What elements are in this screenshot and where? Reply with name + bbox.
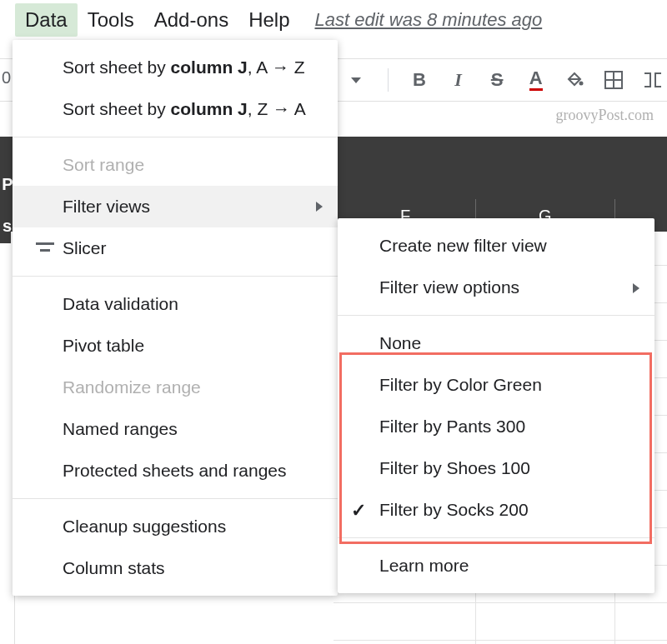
sort-sheet-desc[interactable]: Sort sheet by column J, Z → A [13, 88, 338, 130]
data-menu-dropdown: Sort sheet by column J, A → Z Sort sheet… [13, 40, 338, 596]
pivot-table[interactable]: Pivot table [13, 325, 338, 367]
fill-color-button[interactable] [560, 65, 589, 95]
borders-icon [604, 71, 623, 89]
svg-point-0 [579, 82, 584, 86]
font-size-dropdown-icon[interactable] [342, 65, 371, 95]
toolbar-separator [388, 68, 389, 92]
sort-sheet-asc[interactable]: Sort sheet by column J, A → Z [13, 47, 338, 88]
checkmark-icon: ✓ [351, 500, 366, 522]
menubar: Data Tools Add-ons Help Last edit was 8 … [0, 0, 667, 40]
sort-range: Sort range [13, 144, 338, 186]
filter-view-socks-200[interactable]: ✓ Filter by Socks 200 [338, 489, 654, 531]
menu-tools[interactable]: Tools [78, 3, 144, 37]
slicer-icon [36, 242, 54, 254]
column-stats[interactable]: Column stats [13, 547, 338, 589]
menu-separator [13, 137, 338, 137]
filter-views[interactable]: Filter views [13, 186, 338, 227]
bold-button[interactable]: B [405, 65, 434, 95]
cleanup-suggestions[interactable]: Cleanup suggestions [13, 506, 338, 547]
menu-data[interactable]: Data [15, 3, 78, 37]
menu-separator [13, 498, 338, 499]
left-column-fragment-s: s [3, 217, 12, 236]
filter-view-shoes-100[interactable]: Filter by Shoes 100 [338, 447, 654, 489]
slicer-label: Slicer [63, 238, 107, 258]
menu-separator [338, 315, 654, 316]
filter-view-options-label: Filter view options [379, 277, 519, 297]
submenu-arrow-icon [316, 202, 323, 212]
italic-button[interactable]: I [444, 65, 473, 95]
filter-view-options[interactable]: Filter view options [338, 267, 654, 308]
randomize-range: Randomize range [13, 367, 338, 408]
strikethrough-button[interactable]: S [483, 65, 512, 95]
slicer[interactable]: Slicer [13, 227, 338, 269]
menu-addons[interactable]: Add-ons [144, 3, 238, 37]
sort-desc-label: Sort sheet by column J, Z → A [63, 99, 306, 119]
sort-asc-label: Sort sheet by column J, A → Z [63, 57, 305, 77]
last-edit-status[interactable]: Last edit was 8 minutes ago [314, 9, 542, 31]
protected-sheets[interactable]: Protected sheets and ranges [13, 450, 338, 492]
menu-separator [13, 276, 338, 277]
submenu-arrow-icon [633, 283, 639, 293]
filter-views-label: Filter views [63, 197, 150, 217]
filter-view-none[interactable]: None [338, 322, 654, 364]
learn-more[interactable]: Learn more [338, 545, 654, 587]
paint-bucket-icon [564, 70, 584, 90]
text-color-button[interactable]: A [521, 65, 550, 95]
menu-help[interactable]: Help [238, 3, 299, 37]
merge-cells-button[interactable] [638, 65, 667, 95]
filter-view-socks-label: Filter by Socks 200 [379, 500, 529, 519]
merge-icon [644, 71, 662, 89]
create-new-filter-view[interactable]: Create new filter view [338, 225, 654, 267]
menu-separator [338, 537, 654, 538]
data-validation[interactable]: Data validation [13, 283, 338, 325]
filter-view-color-green[interactable]: Filter by Color Green [338, 364, 654, 406]
named-ranges[interactable]: Named ranges [13, 408, 338, 450]
watermark: groovyPost.com [555, 107, 654, 124]
borders-button[interactable] [599, 65, 629, 95]
filter-view-pants-300[interactable]: Filter by Pants 300 [338, 406, 654, 447]
filter-views-submenu: Create new filter view Filter view optio… [338, 218, 654, 593]
